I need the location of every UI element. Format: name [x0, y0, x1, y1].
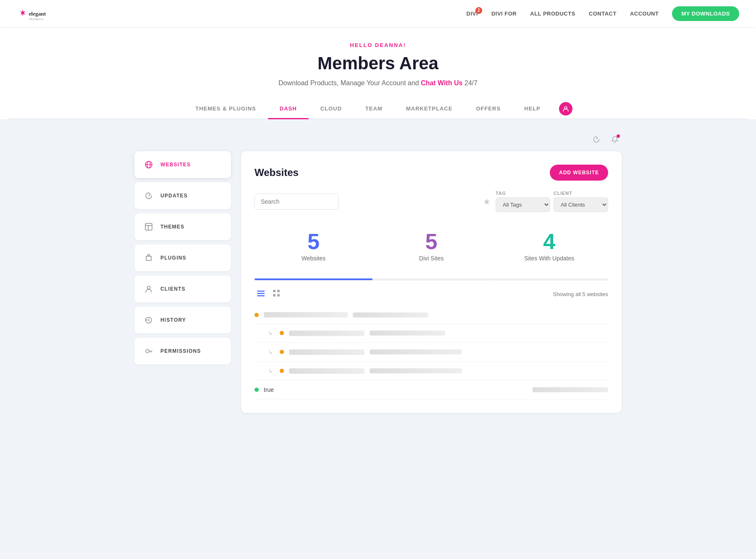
stat-updates-number: 4	[497, 231, 601, 252]
status-dot	[280, 350, 284, 354]
stats-row: 5 Websites 5 Divi Sites 4 Sites With Upd…	[255, 224, 608, 268]
tab-offers[interactable]: OFFERS	[464, 99, 512, 118]
status-dot	[255, 388, 259, 392]
site-name-blur	[289, 331, 365, 336]
tab-team[interactable]: TEAM	[354, 99, 394, 118]
nav-link-divi[interactable]: DIVI 2	[467, 10, 478, 17]
tab-dash[interactable]: DASH	[268, 99, 309, 118]
hero-subtitle: Download Products, Manage Your Account a…	[8, 79, 748, 87]
refresh-icon[interactable]	[590, 133, 603, 146]
svg-rect-17	[273, 294, 276, 297]
main-wrapper: WEBSITES UPDATES	[126, 119, 630, 426]
svg-point-11	[146, 349, 149, 353]
site-name-real: true	[264, 386, 528, 393]
inner-tab-2[interactable]	[373, 278, 491, 280]
notification-dot	[617, 134, 620, 138]
table-row[interactable]: true	[255, 381, 608, 399]
divi-badge: 2	[475, 7, 482, 14]
refresh-sidebar-icon	[143, 190, 155, 202]
nav-link-all-products[interactable]: ALL PRODUCTS	[530, 10, 575, 17]
chat-link[interactable]: Chat With Us	[421, 79, 462, 87]
hero-section: HELLO DEANNA! Members Area Download Prod…	[0, 27, 756, 119]
toolbar	[134, 133, 622, 146]
user-avatar[interactable]	[559, 102, 572, 115]
list-controls: Showing all 5 websites	[255, 289, 608, 299]
star-filter-button[interactable]: ★	[483, 197, 491, 207]
sidebar-item-history[interactable]: HISTORY	[134, 307, 231, 333]
sidebar-item-websites[interactable]: WEBSITES	[134, 151, 231, 178]
table-row[interactable]	[255, 306, 608, 324]
stat-websites-label: Websites	[261, 255, 366, 262]
stat-divi-number: 5	[379, 231, 484, 252]
sidebar-item-clients[interactable]: CLIENTS	[134, 276, 231, 302]
svg-rect-14	[257, 295, 265, 297]
stat-divi-label: Divi Sites	[379, 255, 484, 262]
nav-link-divi-for[interactable]: DIVI FOR	[491, 10, 517, 17]
key-icon	[143, 345, 155, 357]
status-dot	[280, 369, 284, 373]
inner-tab-active[interactable]	[255, 278, 373, 280]
table-row[interactable]: ↳	[255, 324, 608, 343]
main-tabs: THEMES & PLUGINS DASH CLOUD TEAM MARKETP…	[8, 99, 748, 119]
website-list: ↳ ↳ ↳	[255, 306, 608, 399]
sidebar-label-history: HISTORY	[160, 317, 186, 323]
list-view-button[interactable]	[255, 289, 267, 299]
svg-rect-18	[277, 294, 280, 297]
nav-link-contact[interactable]: CONTACT	[589, 10, 617, 17]
svg-point-10	[147, 286, 150, 289]
nav-links: DIVI 2 DIVI FOR ALL PRODUCTS CONTACT ACC…	[467, 6, 739, 21]
client-select[interactable]: All Clients	[554, 197, 608, 212]
site-url-blur	[353, 312, 428, 318]
svg-rect-16	[277, 290, 280, 292]
tab-help[interactable]: HELP	[512, 99, 552, 118]
sidebar-label-plugins: PLUGINS	[160, 255, 186, 261]
tab-themes-plugins[interactable]: THEMES & PLUGINS	[184, 99, 268, 118]
logo[interactable]: elegant themes	[17, 5, 62, 22]
table-row[interactable]: ↳	[255, 343, 608, 362]
content-layout: WEBSITES UPDATES	[134, 151, 622, 413]
stat-websites: 5 Websites	[255, 224, 373, 268]
sidebar-label-updates: UPDATES	[160, 193, 188, 199]
status-dot	[255, 313, 259, 317]
sidebar-item-updates[interactable]: UPDATES	[134, 182, 231, 209]
stat-websites-number: 5	[261, 231, 366, 252]
sidebar-label-permissions: PERMISSIONS	[160, 348, 201, 354]
inner-tab-3[interactable]	[490, 278, 608, 280]
stat-divi-sites: 5 Divi Sites	[373, 224, 491, 268]
site-name-blur	[264, 312, 348, 318]
svg-rect-13	[257, 293, 265, 294]
site-url-blur	[533, 387, 608, 392]
sidebar-item-plugins[interactable]: PLUGINS	[134, 244, 231, 271]
add-website-button[interactable]: ADD WEBSITE	[550, 165, 608, 181]
grid-view-button[interactable]	[270, 289, 282, 299]
client-filter-wrap: CLIENT All Clients	[554, 191, 608, 212]
svg-text:themes: themes	[29, 17, 44, 21]
status-dot	[280, 331, 284, 335]
sidebar-label-websites: WEBSITES	[160, 162, 191, 168]
plugin-icon	[143, 252, 155, 264]
site-name-blur	[289, 368, 365, 374]
globe-icon	[143, 159, 155, 171]
nav-link-account[interactable]: ACCOUNT	[630, 10, 659, 17]
indent-icon: ↳	[268, 349, 273, 355]
stat-updates: 4 Sites With Updates	[490, 224, 608, 268]
sidebar-item-themes[interactable]: THEMES	[134, 213, 231, 240]
notification-icon[interactable]	[608, 133, 622, 146]
tab-cloud[interactable]: CLOUD	[309, 99, 354, 118]
layout-icon	[143, 221, 155, 233]
tab-marketplace[interactable]: MARKETPLACE	[394, 99, 465, 118]
tag-select[interactable]: All Tags	[496, 197, 550, 212]
svg-rect-15	[273, 290, 276, 292]
top-nav: elegant themes DIVI 2 DIVI FOR ALL PRODU…	[0, 0, 756, 27]
search-input[interactable]	[255, 194, 339, 210]
showing-text: Showing all 5 websites	[553, 291, 608, 297]
my-downloads-button[interactable]: MY DOWNLOADS	[672, 6, 739, 21]
sidebar-item-permissions[interactable]: PERMISSIONS	[134, 338, 231, 365]
client-label: CLIENT	[554, 191, 608, 196]
site-url-blur	[370, 349, 462, 354]
sidebar: WEBSITES UPDATES	[134, 151, 231, 413]
panel-title: Websites	[255, 167, 299, 178]
table-row[interactable]: ↳	[255, 362, 608, 381]
sidebar-label-clients: CLIENTS	[160, 286, 186, 292]
user-sidebar-icon	[143, 283, 155, 295]
